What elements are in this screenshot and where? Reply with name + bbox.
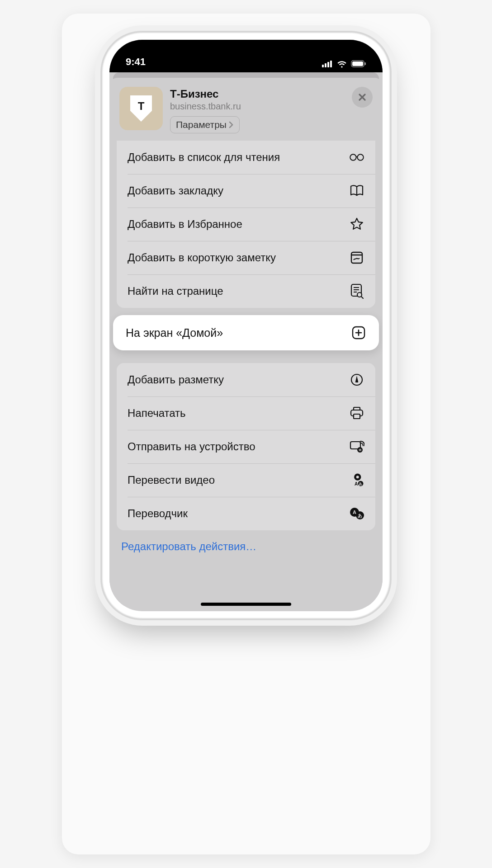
svg-rect-2 xyxy=(327,62,329,67)
quicknote-icon xyxy=(349,250,364,265)
printer-icon xyxy=(349,406,364,421)
svg-rect-10 xyxy=(351,252,362,263)
action-label: Добавить разметку xyxy=(128,373,349,386)
sheet-header: T Т-Бизнес business.tbank.ru Параметры xyxy=(109,78,383,141)
svg-rect-17 xyxy=(354,414,360,419)
svg-point-9 xyxy=(357,154,363,160)
action-label: Найти на странице xyxy=(128,285,349,297)
markup-icon xyxy=(349,372,364,387)
action-add-favorite[interactable]: Добавить в Избранное xyxy=(117,208,375,241)
action-send-to-device[interactable]: Отправить на устройство Я xyxy=(117,430,375,463)
action-label: Переводчик xyxy=(128,507,349,520)
action-add-to-home[interactable]: На экран «Домой» xyxy=(113,315,379,350)
status-time: 9:41 xyxy=(126,56,146,68)
action-group-1: Добавить в список для чтения Добавить за… xyxy=(117,141,375,308)
chevron-right-icon xyxy=(228,121,234,129)
cast-icon: Я xyxy=(349,439,364,454)
parameters-label: Параметры xyxy=(176,119,227,130)
home-indicator[interactable] xyxy=(201,603,291,606)
action-print[interactable]: Напечатать xyxy=(117,396,375,430)
translate-icon: Aあ xyxy=(349,506,364,521)
svg-text:あ: あ xyxy=(359,482,363,486)
device-mock-card: 9:41 T xyxy=(62,14,430,854)
phone-frame: 9:41 T xyxy=(101,32,391,619)
find-icon xyxy=(349,283,364,299)
svg-point-8 xyxy=(350,154,356,160)
action-markup[interactable]: Добавить разметку xyxy=(117,363,375,396)
glasses-icon xyxy=(349,150,364,165)
add-home-icon xyxy=(351,325,366,340)
site-title: Т-Бизнес xyxy=(170,88,345,100)
svg-text:Я: Я xyxy=(359,448,361,452)
svg-rect-1 xyxy=(325,63,326,67)
action-quick-note[interactable]: Добавить в короткую заметку xyxy=(117,241,375,274)
action-group-2: Добавить разметку Напечатать Отправить н… xyxy=(117,363,375,530)
svg-text:T: T xyxy=(138,100,145,112)
action-label: На экран «Домой» xyxy=(126,326,223,340)
svg-rect-0 xyxy=(322,65,324,67)
book-icon xyxy=(349,183,364,198)
share-sheet: T Т-Бизнес business.tbank.ru Параметры xyxy=(109,78,383,606)
svg-text:あ: あ xyxy=(358,513,362,518)
action-label: Добавить в Избранное xyxy=(128,218,349,231)
svg-rect-6 xyxy=(365,62,366,65)
action-label: Напечатать xyxy=(128,407,349,420)
action-label: Перевести видео xyxy=(128,474,349,486)
screen: 9:41 T xyxy=(109,40,383,611)
star-icon xyxy=(349,217,364,232)
wifi-icon xyxy=(336,60,347,68)
action-label: Добавить в короткую заметку xyxy=(128,251,349,264)
svg-rect-5 xyxy=(352,61,363,66)
site-url: business.tbank.ru xyxy=(170,101,345,112)
action-label: Добавить в список для чтения xyxy=(128,151,349,164)
battery-icon xyxy=(351,60,366,67)
action-label: Добавить закладку xyxy=(128,184,349,197)
svg-text:A: A xyxy=(355,481,358,486)
close-icon xyxy=(358,93,367,102)
action-reading-list[interactable]: Добавить в список для чтения xyxy=(117,141,375,174)
site-icon: T xyxy=(119,87,163,130)
action-label: Отправить на устройство xyxy=(128,440,349,453)
svg-point-22 xyxy=(356,476,359,478)
action-find-on-page[interactable]: Найти на странице xyxy=(117,274,375,308)
action-add-bookmark[interactable]: Добавить закладку xyxy=(117,174,375,208)
notch xyxy=(170,40,322,61)
action-translate-video[interactable]: Перевести видео Aあ xyxy=(117,463,375,497)
parameters-button[interactable]: Параметры xyxy=(170,116,240,133)
close-button[interactable] xyxy=(352,87,373,108)
svg-text:A: A xyxy=(353,509,356,515)
translate-video-icon: Aあ xyxy=(349,472,364,488)
svg-rect-3 xyxy=(330,61,332,67)
cellular-icon xyxy=(322,60,333,67)
edit-actions-link[interactable]: Редактировать действия… xyxy=(109,530,383,563)
action-translator[interactable]: Переводчик Aあ xyxy=(117,497,375,530)
